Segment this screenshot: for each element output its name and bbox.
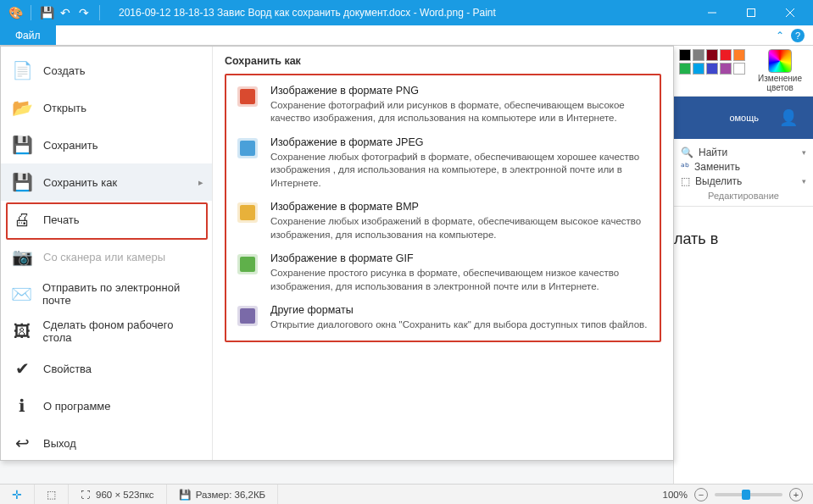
file-menu-item-exit[interactable]: ↩Выход <box>1 424 212 462</box>
save-option-body: Изображение в формате PNGСохранение фото… <box>270 84 651 125</box>
zoom-percent: 100% <box>663 490 688 500</box>
file-menu: 📄Создать📂Открыть💾Сохранить💾Сохранить как… <box>0 46 674 461</box>
file-menu-item-saveas[interactable]: 💾Сохранить как <box>1 163 212 201</box>
file-menu-items: 📄Создать📂Открыть💾Сохранить💾Сохранить как… <box>1 47 213 460</box>
window-title: 2016-09-12 18-18-13 Завис Ворд как сохра… <box>109 7 693 19</box>
zoom-slider[interactable] <box>715 493 782 496</box>
color-swatch[interactable] <box>733 63 745 75</box>
redo-icon[interactable]: ↷ <box>77 6 91 19</box>
help-icon[interactable]: ? <box>791 29 805 42</box>
jpeg-format-icon <box>235 136 260 161</box>
color-swatch[interactable] <box>720 63 732 75</box>
crosshair-icon: ✛ <box>12 488 22 501</box>
save-icon: 💾 <box>11 134 33 156</box>
color-swatch[interactable] <box>706 63 718 75</box>
svg-rect-7 <box>240 141 255 156</box>
file-menu-item-save[interactable]: 💾Сохранить <box>1 126 212 163</box>
file-menu-item-email[interactable]: ✉️Отправить по электронной почте <box>1 275 212 313</box>
save-option-body: Изображение в формате GIFСохранение прос… <box>270 252 651 293</box>
submenu-title: Сохранить как <box>225 55 661 67</box>
app-icon: 🎨 <box>8 6 22 19</box>
menu-item-label: Создать <box>43 64 85 77</box>
svg-rect-11 <box>240 257 255 272</box>
svg-rect-13 <box>240 308 255 324</box>
svg-rect-1 <box>748 9 755 17</box>
word-group-label: Редактирование <box>681 191 806 201</box>
save-option-desc: Сохранение простого рисунка в формате, о… <box>270 267 651 293</box>
color-swatches[interactable] <box>679 49 745 92</box>
disk-icon: 💾 <box>179 489 191 501</box>
save-option-bmp[interactable]: Изображение в формате BMPСохранение любы… <box>231 195 654 246</box>
save-icon[interactable]: 💾 <box>40 6 53 19</box>
bmp-format-icon <box>235 200 260 225</box>
replace-icon: ᵃᵇ <box>681 161 689 173</box>
statusbar: ✛ ⬚ ⛶ 960 × 523пкс 💾 Размер: 36,2КБ 100%… <box>0 484 813 504</box>
gif-format-icon <box>235 252 260 277</box>
save-option-png[interactable]: Изображение в формате PNGСохранение фото… <box>231 79 654 130</box>
file-size: 💾 Размер: 36,2КБ <box>167 485 279 504</box>
find-icon: 🔍 <box>681 147 693 158</box>
word-find[interactable]: 🔍Найти▾ <box>681 147 806 158</box>
minimize-button[interactable] <box>693 0 732 25</box>
file-menu-item-about[interactable]: ℹО программе <box>1 387 212 424</box>
color-swatch[interactable] <box>679 49 691 61</box>
file-menu-item-new[interactable]: 📄Создать <box>1 52 212 89</box>
word-editing-group: 🔍Найти▾ ᵃᵇЗаменить ⬚Выделить▾ Редактиров… <box>674 139 813 207</box>
edit-colors-label: Изменение цветов <box>752 74 808 92</box>
save-option-gif[interactable]: Изображение в формате GIFСохранение прос… <box>231 246 654 298</box>
svg-rect-5 <box>240 89 255 104</box>
quick-access-toolbar: 🎨 💾 ↶ ↷ <box>3 5 109 20</box>
menu-item-label: Открыть <box>43 102 86 114</box>
ribbon-tabs: Файл ⌃ ? <box>0 25 813 46</box>
close-button[interactable] <box>771 0 810 25</box>
word-ribbon-strip: омощь 👤 <box>674 97 813 139</box>
background-content: Изменение цветов омощь 👤 🔍Найти▾ ᵃᵇЗамен… <box>673 46 813 484</box>
menu-item-label: Сделать фоном рабочего стола <box>42 318 202 344</box>
word-select[interactable]: ⬚Выделить▾ <box>681 175 806 187</box>
save-option-other[interactable]: Другие форматыОткрытие диалогового окна … <box>231 298 654 336</box>
color-swatch[interactable] <box>706 49 718 61</box>
color-swatch[interactable] <box>693 63 704 75</box>
menu-item-label: О программе <box>43 400 111 413</box>
collapse-ribbon-icon[interactable]: ⌃ <box>776 30 784 42</box>
undo-icon[interactable]: ↶ <box>58 6 72 19</box>
edit-colors-button[interactable]: Изменение цветов <box>752 49 808 92</box>
color-wheel-icon <box>768 49 792 73</box>
wallpaper-icon: 🖼 <box>11 320 32 342</box>
png-format-icon <box>235 84 260 109</box>
save-option-desc: Сохранение любых фотографий в формате, о… <box>270 151 651 191</box>
save-option-desc: Открытие диалогового окна "Сохранить как… <box>270 318 647 332</box>
titlebar: 🎨 💾 ↶ ↷ 2016-09-12 18-18-13 Завис Ворд к… <box>0 0 813 25</box>
canvas-dimensions: ⛶ 960 × 523пкс <box>69 485 167 504</box>
menu-item-label: Выход <box>43 437 76 450</box>
email-icon: ✉️ <box>11 283 32 305</box>
save-option-jpeg[interactable]: Изображение в формате JPEGСохранение люб… <box>231 130 654 195</box>
menu-item-label: Со сканера или камеры <box>43 251 165 263</box>
chevron-down-icon: ▾ <box>802 148 806 157</box>
person-icon: 👤 <box>779 108 798 127</box>
file-menu-item-wallpaper[interactable]: 🖼Сделать фоном рабочего стола <box>1 313 212 350</box>
file-menu-item-properties[interactable]: ✔Свойства <box>1 350 212 387</box>
word-document-fragment: лать в <box>674 207 813 248</box>
zoom-out-button[interactable]: − <box>694 488 708 501</box>
color-swatch[interactable] <box>693 49 704 61</box>
svg-rect-9 <box>240 205 255 220</box>
zoom-in-button[interactable]: + <box>789 488 803 501</box>
selection-icon: ⬚ <box>47 489 56 501</box>
print-icon: 🖨 <box>11 208 33 230</box>
color-swatch[interactable] <box>733 49 745 61</box>
zoom-control[interactable]: 100% − + <box>653 488 813 501</box>
word-replace[interactable]: ᵃᵇЗаменить <box>681 161 806 173</box>
file-tab[interactable]: Файл <box>0 25 56 45</box>
menu-item-label: Отправить по электронной почте <box>42 281 202 307</box>
exit-icon: ↩ <box>11 432 33 454</box>
color-swatch[interactable] <box>720 49 732 61</box>
file-menu-item-open[interactable]: 📂Открыть <box>1 89 212 126</box>
color-swatch[interactable] <box>679 63 691 75</box>
saveas-icon: 💾 <box>11 171 33 193</box>
file-menu-item-print[interactable]: 🖨Печать <box>1 201 212 238</box>
cursor-position: ✛ <box>0 485 35 504</box>
maximize-button[interactable] <box>732 0 771 25</box>
save-option-title: Изображение в формате PNG <box>270 84 651 98</box>
scanner-icon: 📷 <box>11 246 33 268</box>
